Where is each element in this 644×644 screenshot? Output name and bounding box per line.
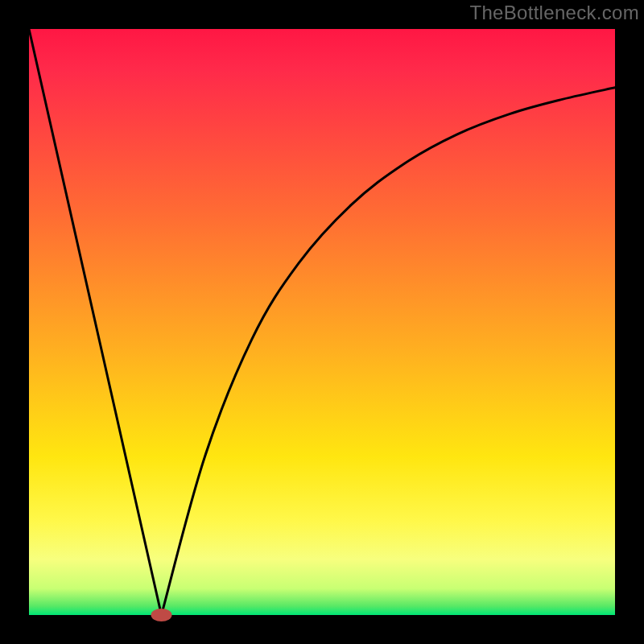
bottleneck-chart [0, 0, 644, 644]
optimum-marker [151, 609, 172, 621]
attribution-label: TheBottleneck.com [469, 2, 639, 24]
plot-background [29, 29, 615, 615]
chart-container: TheBottleneck.com [0, 0, 644, 644]
